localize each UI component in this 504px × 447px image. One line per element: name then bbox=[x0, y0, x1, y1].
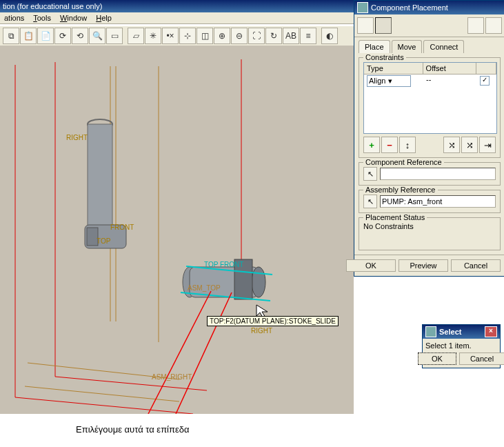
tab-connect[interactable]: Connect bbox=[423, 40, 464, 53]
tool-paste-icon[interactable]: 📋 bbox=[20, 28, 37, 44]
tool-regen-icon[interactable]: ⟳ bbox=[54, 28, 71, 44]
dlg-tool-open-icon[interactable] bbox=[467, 17, 484, 34]
menu-window[interactable]: Window bbox=[60, 14, 87, 22]
asm-ref-legend: Assembly Reference bbox=[363, 186, 438, 194]
reorder-button[interactable]: ↕ bbox=[399, 137, 416, 153]
tool-clip-icon[interactable]: 📄 bbox=[37, 28, 54, 44]
tool-datum-plane-icon[interactable]: ▱ bbox=[128, 28, 144, 44]
component-reference-group: Component Reference ↖ bbox=[359, 162, 501, 186]
remove-constraint-button[interactable]: − bbox=[381, 137, 398, 153]
datum-tooltip: TOP:F2(DATUM PLANE):STOKE_SLIDE bbox=[207, 316, 339, 326]
svg-line-20 bbox=[148, 291, 211, 414]
tool-orient-icon[interactable]: ↻ bbox=[265, 28, 282, 44]
tool-copy-icon[interactable]: ⧉ bbox=[3, 28, 19, 44]
svg-point-16 bbox=[252, 267, 265, 297]
menu-tools[interactable]: TToolsools bbox=[33, 14, 51, 22]
menu-bar: ations TToolsools Window Help bbox=[0, 12, 362, 24]
dialog-title-bar[interactable]: Component Placement bbox=[354, 1, 504, 14]
svg-line-21 bbox=[176, 292, 232, 414]
tab-place[interactable]: Place bbox=[359, 40, 390, 53]
comp-ref-legend: Component Reference bbox=[363, 158, 444, 166]
assembly-reference-group: Assembly Reference ↖ bbox=[359, 190, 501, 213]
tool-layers-icon[interactable]: ≡ bbox=[300, 28, 316, 44]
label-right2: RIGHT bbox=[251, 327, 272, 335]
tool-sel-icon[interactable]: ▭ bbox=[106, 28, 123, 44]
table-row[interactable]: Align ▾ -- ✓ bbox=[364, 74, 496, 88]
select-title: Select bbox=[439, 328, 461, 336]
dialog-toolbar bbox=[354, 14, 504, 37]
ok-button[interactable]: OK bbox=[346, 259, 396, 272]
main-toolbar: ⧉ 📋 📄 ⟳ ⟲ 🔍 ▭ ▱ ✳ •× ⊹ ◫ ⊕ ⊖ ⛶ ↻ AB ≡ ◐ bbox=[0, 26, 356, 46]
tool-regen2-icon[interactable]: ⟲ bbox=[72, 28, 88, 44]
select-message: Select 1 item. bbox=[425, 341, 497, 350]
placement-status-group: Placement Status No Constraints bbox=[359, 217, 501, 250]
dialog-icon bbox=[357, 2, 368, 13]
orient-button[interactable]: ⤮ bbox=[461, 137, 478, 153]
tab-move[interactable]: Move bbox=[392, 40, 423, 53]
label-front: FRONT bbox=[110, 223, 134, 231]
row-checkbox[interactable]: ✓ bbox=[480, 76, 490, 86]
dialog-tabs: Place Move Connect bbox=[354, 37, 504, 53]
select-dialog-icon bbox=[425, 326, 436, 337]
select-title-bar[interactable]: Select × bbox=[423, 325, 500, 339]
svg-line-3 bbox=[15, 397, 193, 414]
tool-view-icon[interactable]: ◫ bbox=[196, 28, 213, 44]
offset-cell[interactable]: -- bbox=[423, 74, 477, 88]
label-right: RIGHT bbox=[66, 134, 88, 141]
add-constraint-button[interactable]: + bbox=[363, 137, 380, 153]
status-text: No Constraints bbox=[363, 222, 496, 230]
label-top: TOP bbox=[97, 237, 110, 245]
dlg-tool-open2-icon[interactable] bbox=[485, 17, 502, 34]
dlg-tool-1-icon[interactable] bbox=[357, 17, 374, 34]
menu-help[interactable]: Help bbox=[96, 14, 112, 22]
label-top-front: TOP FRONT bbox=[204, 261, 243, 268]
label-asm-right: ASM_RIGHT bbox=[152, 373, 192, 381]
flip-button[interactable]: ⤭ bbox=[443, 137, 460, 153]
dlg-tool-2-icon[interactable] bbox=[375, 17, 392, 34]
tool-axis-icon[interactable]: ✳ bbox=[145, 28, 161, 44]
asm-ref-input[interactable] bbox=[380, 195, 496, 208]
close-icon[interactable]: × bbox=[485, 326, 497, 337]
tool-shade-icon[interactable]: ◐ bbox=[321, 28, 338, 44]
select-dialog: Select × Select 1 item. OK Cancel bbox=[422, 324, 501, 368]
tool-fit-icon[interactable]: ⛶ bbox=[248, 28, 265, 44]
tool-zoomin-icon[interactable]: ⊕ bbox=[214, 28, 230, 44]
col-check[interactable] bbox=[476, 63, 496, 74]
tool-find-icon[interactable]: 🔍 bbox=[89, 28, 105, 44]
select-cancel-button[interactable]: Cancel bbox=[459, 352, 504, 365]
main-title-bar: tion (for educational use only) bbox=[0, 0, 356, 12]
component-placement-dialog: Component Placement Place Move Connect C… bbox=[354, 0, 504, 277]
cancel-button[interactable]: Cancel bbox=[451, 259, 501, 272]
pick-asm-ref-button[interactable]: ↖ bbox=[363, 195, 377, 208]
type-select[interactable]: Align ▾ bbox=[367, 75, 411, 87]
tool-csys-icon[interactable]: ⊹ bbox=[179, 28, 196, 44]
constraints-table[interactable]: Type Offset Align ▾ -- ✓ bbox=[363, 62, 497, 134]
dialog-title: Component Placement bbox=[371, 3, 448, 12]
label-asm-top: ASM_TOP bbox=[188, 284, 221, 292]
constraints-group: Constraints Type Offset Align ▾ -- ✓ + −… bbox=[359, 57, 501, 158]
tool-annex-icon[interactable]: AB bbox=[283, 28, 299, 44]
status-legend: Placement Status bbox=[363, 213, 427, 221]
model-canvas bbox=[0, 46, 354, 414]
annotation-caption: Επιλέγουμε αυτά τα επίπεδα bbox=[76, 424, 190, 435]
comp-ref-input[interactable] bbox=[380, 168, 496, 180]
coincident-button[interactable]: ⇥ bbox=[479, 137, 496, 153]
preview-button[interactable]: Preview bbox=[399, 259, 448, 272]
pick-comp-ref-button[interactable]: ↖ bbox=[363, 167, 377, 181]
constraints-legend: Constraints bbox=[363, 53, 406, 61]
col-type[interactable]: Type bbox=[364, 63, 423, 74]
menu-ations[interactable]: ations bbox=[4, 14, 24, 22]
tool-zoomout-icon[interactable]: ⊖ bbox=[231, 28, 248, 44]
select-ok-button[interactable]: OK bbox=[418, 352, 456, 365]
tool-point-icon[interactable]: •× bbox=[162, 28, 179, 44]
graphics-viewport[interactable]: RIGHT FRONT TOP TOP FRONT ASM_TOP RIGHT … bbox=[0, 46, 354, 414]
svg-rect-11 bbox=[88, 124, 112, 228]
col-offset[interactable]: Offset bbox=[423, 63, 477, 74]
